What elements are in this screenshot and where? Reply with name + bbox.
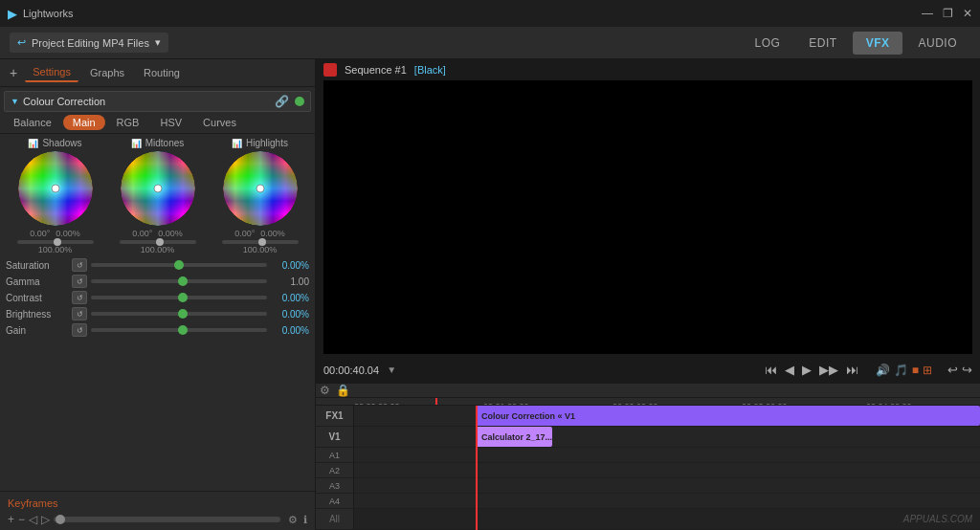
- timeline-settings-icon[interactable]: ⚙: [320, 384, 330, 397]
- track-content-a3[interactable]: [354, 478, 980, 493]
- saturation-value: 0.00%: [271, 260, 309, 271]
- highlights-slider[interactable]: [222, 240, 299, 244]
- shadows-wheel[interactable]: [18, 151, 93, 226]
- contrast-reset[interactable]: ↺: [72, 291, 87, 304]
- highlights-header: 📊 Highlights: [232, 138, 288, 148]
- subtab-main[interactable]: Main: [63, 115, 105, 130]
- gamma-slider[interactable]: [91, 279, 267, 283]
- close-button[interactable]: ✕: [963, 7, 972, 20]
- kf-prev-button[interactable]: ◁: [29, 513, 37, 526]
- audio-levels-icon[interactable]: 🔊: [876, 364, 890, 377]
- kf-remove-button[interactable]: −: [18, 513, 25, 526]
- track-a1: A1: [316, 448, 980, 463]
- kf-info-icon[interactable]: ℹ: [303, 514, 307, 526]
- maximize-button[interactable]: ❐: [943, 7, 953, 20]
- tab-vfx[interactable]: VFX: [853, 32, 903, 55]
- sequence-indicator: [323, 63, 337, 77]
- track-content-fx1[interactable]: Colour Correction « V1: [354, 406, 980, 426]
- tab-audio[interactable]: AUDIO: [904, 32, 970, 55]
- rewind-button[interactable]: ◀: [783, 361, 796, 379]
- gamma-value: 1.00: [271, 276, 309, 287]
- subtab-curves[interactable]: Curves: [193, 115, 246, 130]
- track-label-all: All: [316, 509, 354, 529]
- minimize-button[interactable]: —: [922, 7, 933, 20]
- video-preview[interactable]: [323, 80, 972, 354]
- grid-icon[interactable]: ⊞: [923, 364, 932, 377]
- gamma-thumb: [178, 276, 188, 286]
- shadows-pct: 0.00%: [56, 229, 80, 238]
- cc-status-dot[interactable]: [295, 97, 304, 106]
- track-content-all[interactable]: [354, 509, 980, 529]
- contrast-slider[interactable]: [91, 296, 267, 299]
- colour-correction-header: ▼ Colour Correction 🔗: [4, 91, 311, 112]
- gamma-reset[interactable]: ↺: [72, 275, 87, 288]
- brightness-reset[interactable]: ↺: [72, 307, 87, 320]
- brightness-value: 0.00%: [271, 309, 309, 320]
- left-panel: + Settings Graphs Routing ▼ Colour Corre…: [0, 59, 316, 530]
- highlights-label: Highlights: [246, 138, 288, 148]
- subtab-balance[interactable]: Balance: [4, 115, 61, 130]
- shadows-slider-thumb: [54, 238, 61, 246]
- go-to-end-button[interactable]: ⏭: [844, 361, 860, 379]
- loop-in-icon[interactable]: ↩: [947, 363, 958, 377]
- tab-graphs[interactable]: Graphs: [82, 64, 132, 81]
- tab-edit[interactable]: EDIT: [795, 32, 850, 55]
- highlights-wheel-svg: [223, 151, 298, 226]
- saturation-reset[interactable]: ↺: [72, 258, 87, 272]
- project-button[interactable]: ↩ Project Editing MP4 Files ▾: [10, 33, 168, 53]
- midtones-wheel[interactable]: [121, 151, 195, 226]
- gamma-row: Gamma ↺ 1.00: [6, 275, 309, 288]
- view-mode-icon[interactable]: ■: [912, 364, 919, 377]
- subtab-hsv[interactable]: HSV: [150, 115, 191, 130]
- track-content-a4[interactable]: [354, 494, 980, 508]
- keyframes-controls: + − ◁ ▷ ⚙ ℹ: [8, 513, 307, 526]
- keyframes-bar: Keyframes + − ◁ ▷ ⚙ ℹ: [0, 491, 315, 530]
- saturation-slider[interactable]: [91, 263, 267, 267]
- transport-controls: ⏮ ◀ ▶ ▶▶ ⏭: [763, 361, 860, 379]
- timeline-ruler[interactable]: 00:00:00.00 00:01:00.00 00:02:00.00 00:0…: [316, 398, 980, 406]
- project-dropdown-icon: ▾: [155, 36, 161, 49]
- cc-link-icon[interactable]: 🔗: [275, 95, 289, 108]
- panel-add-button[interactable]: +: [6, 65, 21, 80]
- play-button[interactable]: ▶: [800, 361, 813, 379]
- loop-out-icon[interactable]: ↪: [962, 363, 972, 377]
- tab-routing[interactable]: Routing: [136, 64, 188, 81]
- highlights-values: 0.00° 0.00%: [234, 229, 285, 238]
- kf-next-button[interactable]: ▷: [41, 513, 50, 526]
- kf-add-button[interactable]: +: [8, 513, 14, 526]
- timecode-dropdown-icon[interactable]: ▼: [387, 364, 396, 375]
- shadows-slider[interactable]: [17, 240, 94, 244]
- svg-point-12: [256, 185, 264, 192]
- track-content-a2[interactable]: [354, 463, 980, 477]
- gain-slider[interactable]: [91, 328, 267, 332]
- main-content: + Settings Graphs Routing ▼ Colour Corre…: [0, 59, 980, 530]
- audio-icon[interactable]: 🎵: [894, 364, 908, 377]
- track-content-a1[interactable]: [354, 448, 980, 462]
- cc-collapse-icon[interactable]: ▼: [11, 97, 19, 106]
- kf-timeline[interactable]: [54, 517, 280, 522]
- contrast-label: Contrast: [6, 293, 68, 303]
- midtones-slider-val: 100.00%: [141, 245, 175, 254]
- brightness-slider[interactable]: [91, 312, 267, 316]
- svg-point-8: [154, 185, 162, 192]
- sequence-bracket: [Black]: [414, 64, 446, 76]
- timeline-lock-icon[interactable]: 🔒: [336, 384, 350, 397]
- fast-forward-button[interactable]: ▶▶: [817, 361, 840, 379]
- midtones-slider[interactable]: [120, 240, 196, 244]
- contrast-value: 0.00%: [271, 293, 309, 303]
- kf-settings-icon[interactable]: ⚙: [288, 514, 298, 526]
- track-content-v1[interactable]: Calculator 2_17...: [354, 427, 980, 447]
- tab-log[interactable]: LOG: [741, 32, 793, 55]
- gamma-label: Gamma: [6, 276, 68, 287]
- nav-tabs: LOG EDIT VFX AUDIO: [741, 32, 970, 55]
- tab-settings[interactable]: Settings: [25, 63, 78, 82]
- gain-reset[interactable]: ↺: [72, 323, 87, 337]
- midtones-wheel-col: 📊 Midtones: [112, 138, 203, 254]
- v1-clip[interactable]: Calculator 2_17...: [476, 427, 552, 447]
- subtab-rgb[interactable]: RGB: [107, 115, 149, 130]
- fx1-clip[interactable]: Colour Correction « V1: [476, 406, 980, 426]
- shadows-wheel-col: 📊 Shadows: [10, 138, 100, 254]
- wheels-area: 📊 Shadows: [0, 134, 315, 254]
- go-to-start-button[interactable]: ⏮: [763, 361, 779, 379]
- highlights-wheel[interactable]: [223, 151, 298, 226]
